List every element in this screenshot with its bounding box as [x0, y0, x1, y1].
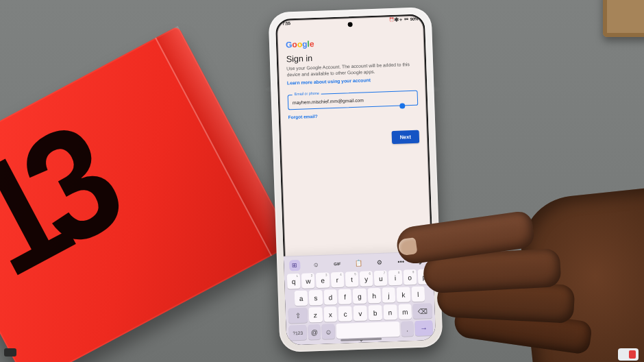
channel-badge: [618, 348, 639, 361]
key-x[interactable]: x: [323, 306, 338, 322]
sticker-icon[interactable]: ☺: [310, 259, 322, 271]
key-f[interactable]: f: [338, 289, 352, 304]
settings-gear-icon[interactable]: ⚙: [374, 257, 386, 269]
key-e[interactable]: e3: [316, 272, 330, 288]
key-enter[interactable]: →: [414, 320, 433, 336]
key-h[interactable]: h: [367, 288, 381, 304]
email-field[interactable]: Email or phone mayhem.mischief.mm@gmail.…: [288, 90, 419, 110]
keyboard-row-2: a s d f g h j k l: [288, 286, 432, 306]
key-t[interactable]: t5: [345, 272, 358, 287]
next-button[interactable]: Next: [391, 130, 419, 144]
phone-device: 7:55 ⏰ ✽ ᯤ ▮◧ 90% Google Sign in Use you…: [268, 7, 443, 352]
key-a[interactable]: a: [295, 291, 308, 306]
key-g[interactable]: g: [353, 289, 367, 304]
gif-button[interactable]: GIF: [332, 258, 343, 270]
email-field-label: Email or phone: [292, 91, 321, 96]
sign-in-description: Use your Google Account. The account wil…: [286, 61, 417, 78]
google-sign-in-page: Google Sign in Use your Google Account. …: [275, 21, 428, 120]
clipboard-icon[interactable]: 📋: [353, 258, 364, 269]
key-u[interactable]: u7: [374, 270, 388, 286]
key-r[interactable]: r4: [330, 272, 344, 288]
key-c[interactable]: c: [338, 306, 353, 322]
product-box-13: 13: [0, 26, 294, 362]
key-y[interactable]: y6: [360, 271, 373, 287]
key-b[interactable]: b: [368, 305, 382, 321]
key-v[interactable]: v: [354, 306, 368, 322]
key-backspace[interactable]: ⌫: [413, 303, 432, 319]
mic-icon[interactable]: 🎤: [417, 255, 428, 267]
key-i[interactable]: i8: [388, 270, 402, 286]
key-w[interactable]: w2: [301, 273, 315, 289]
key-period[interactable]: .: [401, 321, 414, 337]
key-s[interactable]: s: [309, 290, 323, 306]
key-shift[interactable]: ⇧: [288, 308, 307, 324]
key-m[interactable]: m: [398, 304, 412, 319]
key-z[interactable]: z: [308, 307, 323, 323]
phone-screen: 7:55 ⏰ ✽ ᯤ ▮◧ 90% Google Sign in Use you…: [275, 14, 436, 345]
key-symbols[interactable]: ?123: [288, 325, 307, 341]
key-p[interactable]: p0: [417, 269, 431, 285]
google-logo: Google: [286, 39, 314, 49]
box-number-13: 13: [0, 119, 121, 287]
key-j[interactable]: j: [382, 287, 396, 303]
key-d[interactable]: d: [323, 289, 337, 305]
photo-background: 13 7:55 ⏰ ✽ ᯤ ▮◧ 90% Google Sign in Use …: [0, 0, 644, 362]
key-space[interactable]: [336, 322, 399, 339]
status-icons: ⏰ ✽ ᯤ ▮◧: [389, 16, 408, 22]
email-field-value: mayhem.mischief.mm@gmail.com: [293, 96, 413, 105]
status-battery: 90%: [410, 16, 418, 21]
key-l[interactable]: l: [411, 287, 425, 302]
text-cursor-handle[interactable]: [399, 104, 405, 109]
key-o[interactable]: o9: [403, 269, 417, 285]
forgot-email-link[interactable]: Forgot email?: [288, 110, 419, 120]
key-k[interactable]: k: [397, 287, 410, 302]
key-at[interactable]: @: [308, 324, 321, 340]
status-time: 7:55: [282, 21, 290, 25]
key-n[interactable]: n: [383, 304, 397, 320]
keyboard-menu-icon[interactable]: ⊞: [289, 260, 301, 272]
learn-more-link[interactable]: Learn more about using your account: [287, 76, 417, 86]
key-q[interactable]: q1: [287, 274, 301, 289]
more-icon[interactable]: •••: [395, 256, 407, 267]
wooden-block-prop: [603, 0, 644, 37]
gboard-keyboard: ⊞ ☺ GIF 📋 ⚙ ••• 🎤 q1 w2 e3 r4 t5 y6 u7: [284, 251, 436, 346]
key-emoji[interactable]: ☺: [322, 324, 335, 339]
corner-badge: [4, 348, 16, 357]
keyboard-row-3: ⇧ z x c v b n m ⌫: [288, 303, 432, 323]
